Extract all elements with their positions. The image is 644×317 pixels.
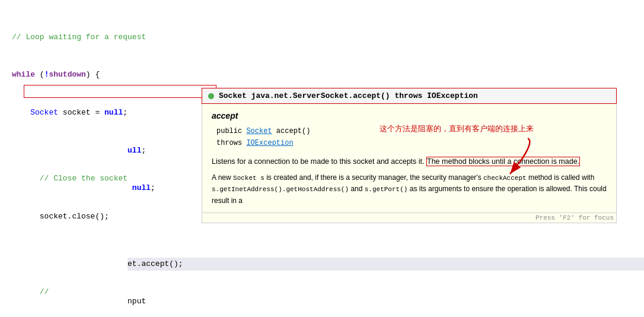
code-line-1: // Loop waiting for a request [12, 31, 644, 44]
bottom-line-1: // Close the socket [12, 172, 127, 185]
code-line-2: while (!shutdown) { [12, 68, 644, 81]
popup-body: accept public Socket accept() throws IOE… [202, 104, 617, 213]
bottom-code: // Close the socket socket.close(); // [0, 141, 127, 317]
socket-link[interactable]: Socket [246, 127, 272, 135]
chinese-annotation: 这个方法是阻塞的，直到有客户端的连接上来 [380, 123, 534, 134]
bottom-line-3 [12, 248, 127, 261]
arrow-indicator [492, 135, 551, 185]
popup-header-text: Socket java.net.ServerSocket.accept() th… [219, 91, 478, 100]
popup-header: Socket java.net.ServerSocket.accept() th… [202, 88, 617, 104]
javadoc-popup: Socket java.net.ServerSocket.accept() th… [202, 88, 617, 223]
arrow-svg [492, 135, 551, 183]
bottom-line-4: // [12, 286, 127, 299]
ioexception-link[interactable]: IOException [246, 139, 293, 147]
green-dot-icon [208, 93, 214, 99]
bottom-line-2: socket.close(); [12, 210, 127, 223]
popup-method-name: accept [212, 111, 607, 121]
popup-footer: Press 'F2' for focus [202, 213, 617, 223]
